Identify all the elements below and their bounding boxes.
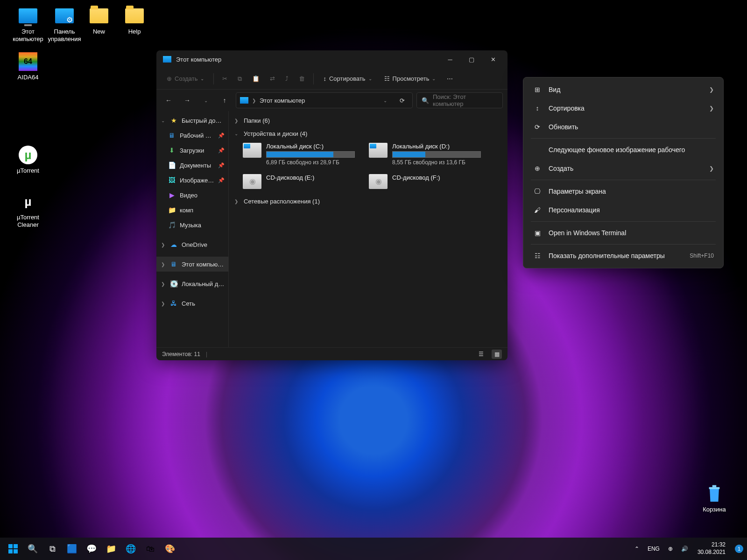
ctx-sort[interactable]: ↕ Сортировка ❯: [526, 99, 720, 118]
start-button[interactable]: [4, 539, 22, 558]
drive-d[interactable]: Локальный диск (D:) 8,55 ГБ свободно из …: [369, 143, 481, 166]
ctx-create[interactable]: ⊕ Создать ❯: [526, 159, 720, 178]
desktop-icon-this-pc[interactable]: Этот компьютер: [9, 6, 47, 42]
ctx-personalize[interactable]: 🖌 Персонализация: [526, 201, 720, 219]
utorrent-icon: µ: [19, 146, 37, 164]
tray-clock[interactable]: 21:32 30.08.2021: [694, 541, 729, 556]
tray-network-icon[interactable]: ⊕: [665, 546, 676, 552]
tray-language[interactable]: ENG: [645, 546, 662, 552]
share-button[interactable]: ⤴: [281, 71, 293, 87]
sort-icon: ↕: [323, 75, 326, 82]
forward-button[interactable]: →: [180, 93, 195, 108]
view-tiles-button[interactable]: ▦: [492, 350, 502, 359]
address-dropdown-button[interactable]: ⌄: [379, 93, 392, 108]
back-button[interactable]: ←: [161, 93, 176, 108]
pin-icon: 📌: [218, 177, 225, 183]
desktop-icon-new-folder[interactable]: New: [80, 6, 118, 35]
document-icon: 📄: [168, 161, 176, 169]
delete-button[interactable]: 🗑: [294, 71, 310, 87]
desktop-icon-recycle-bin[interactable]: Корзина: [696, 483, 733, 513]
view-icon: ☷: [384, 75, 390, 82]
taskbar-paint[interactable]: 🎨: [161, 539, 179, 558]
group-network[interactable]: ❯ Сетевые расположения (1): [234, 195, 502, 208]
folder-icon: 📁: [168, 206, 176, 214]
desktop-icon-utorrent[interactable]: µ µTorrent: [9, 145, 47, 175]
desktop-icon: 🖥: [168, 131, 176, 140]
sidebar-pictures[interactable]: 🖼 Изображения 📌: [156, 173, 228, 188]
taskbar-chat[interactable]: 💬: [82, 539, 101, 558]
sidebar-downloads[interactable]: ⬇ Загрузки 📌: [156, 143, 228, 158]
recent-button[interactable]: ⌄: [198, 93, 213, 108]
close-button[interactable]: ✕: [482, 50, 504, 68]
pc-icon: [240, 97, 248, 104]
ctx-next-background[interactable]: Следующее фоновое изображение рабочего: [526, 140, 720, 159]
desktop-icon-utorrent-cleaner[interactable]: µ µTorrent Cleaner: [9, 191, 47, 228]
refresh-button[interactable]: ⟳: [395, 93, 409, 108]
group-devices[interactable]: ⌄ Устройства и диски (4): [234, 127, 502, 140]
ctx-view[interactable]: ⊞ Вид ❯: [526, 80, 720, 99]
sidebar-desktop[interactable]: 🖥 Рабочий стол 📌: [156, 128, 228, 143]
window-title: Этот компьютер: [176, 56, 439, 63]
onedrive-icon: ☁: [169, 240, 178, 249]
tray-overflow-button[interactable]: ⌃: [632, 546, 642, 552]
tray-notifications[interactable]: 1: [735, 545, 743, 553]
sidebar-videos[interactable]: ▶ Видео: [156, 188, 228, 203]
desktop-icon-label: µTorrent Cleaner: [9, 214, 47, 228]
taskbar-edge[interactable]: 🌐: [121, 539, 140, 558]
sidebar-this-pc[interactable]: ❯ 🖥 Этот компьютер: [156, 257, 228, 272]
sidebar-folder-komp[interactable]: 📁 комп: [156, 203, 228, 217]
maximize-button[interactable]: ▢: [461, 50, 482, 68]
drive-e[interactable]: CD-дисковод (E:): [243, 174, 355, 189]
cut-icon: ✂: [222, 75, 227, 82]
aida64-icon: 64: [19, 52, 37, 71]
view-details-button[interactable]: ☰: [476, 350, 486, 359]
chevron-right-icon: ❯: [252, 98, 256, 103]
sort-button[interactable]: ↕ Сортировать ⌄: [317, 71, 377, 87]
drive-c[interactable]: Локальный диск (C:) 6,89 ГБ свободно из …: [243, 143, 355, 166]
desktop-icon-aida64[interactable]: 64 AIDA64: [9, 51, 47, 81]
view-button[interactable]: ☷ Просмотреть ⌄: [379, 71, 442, 87]
plus-icon: ⊕: [167, 75, 172, 82]
sidebar-network[interactable]: ❯ 🖧 Сеть: [156, 296, 228, 311]
desktop-icon-label: Этот компьютер: [9, 28, 47, 42]
folder-icon: 📁: [106, 544, 116, 554]
content-pane[interactable]: ❯ Папки (6) ⌄ Устройства и диски (4) Лок…: [229, 111, 507, 347]
search-icon: 🔍: [422, 97, 429, 104]
store-icon: 🛍: [146, 544, 155, 554]
taskbar-store[interactable]: 🛍: [141, 539, 160, 558]
desktop-icon-help-folder[interactable]: Help: [116, 6, 153, 35]
sidebar-quick-access[interactable]: ⌄ ★ Быстрый доступ: [156, 113, 228, 128]
tray-volume-icon[interactable]: 🔊: [678, 546, 691, 552]
trash-icon: 🗑: [299, 75, 305, 82]
desktop-icon-control-panel[interactable]: Панель управления: [46, 6, 83, 42]
minimize-button[interactable]: ─: [439, 50, 461, 68]
rename-button[interactable]: ⇄: [265, 71, 280, 87]
breadcrumb[interactable]: Этот компьютер: [260, 97, 305, 104]
more-button[interactable]: ⋯: [442, 71, 458, 87]
ctx-refresh[interactable]: ⟳ Обновить: [526, 118, 720, 136]
ctx-show-more[interactable]: ☷ Показать дополнительные параметры Shif…: [526, 246, 720, 265]
sidebar-documents[interactable]: 📄 Документы 📌: [156, 158, 228, 173]
sidebar-local-disk[interactable]: ❯ 💽 Локальный диск (D: [156, 276, 228, 291]
cut-button[interactable]: ✂: [218, 71, 232, 87]
hdd-icon: [369, 143, 388, 158]
address-bar[interactable]: ❯ Этот компьютер ⌄ ⟳: [236, 92, 413, 108]
sidebar-onedrive[interactable]: ❯ ☁ OneDrive: [156, 237, 228, 252]
create-button[interactable]: ⊕ Создать ⌄: [161, 71, 210, 87]
ctx-open-terminal[interactable]: ▣ Open in Windows Terminal: [526, 224, 720, 242]
task-view-button[interactable]: ⧉: [43, 539, 62, 558]
taskbar-widgets[interactable]: 🟦: [63, 539, 81, 558]
up-button[interactable]: ↑: [217, 93, 232, 108]
group-folders[interactable]: ❯ Папки (6): [234, 114, 502, 127]
sidebar-music[interactable]: 🎵 Музыка: [156, 217, 228, 232]
copy-button[interactable]: ⧉: [233, 71, 247, 87]
drive-f[interactable]: CD-дисковод (F:): [369, 174, 481, 189]
search-input[interactable]: 🔍 Поиск: Этот компьютер: [416, 92, 503, 108]
blank-icon: [533, 145, 542, 154]
ctx-display-settings[interactable]: 🖵 Параметры экрана: [526, 182, 720, 201]
search-button[interactable]: 🔍: [23, 539, 42, 558]
taskbar-explorer[interactable]: 📁: [102, 539, 120, 558]
chevron-right-icon: ❯: [709, 165, 714, 172]
paste-button[interactable]: 📋: [247, 71, 264, 87]
titlebar[interactable]: Этот компьютер ─ ▢ ✕: [156, 50, 507, 68]
